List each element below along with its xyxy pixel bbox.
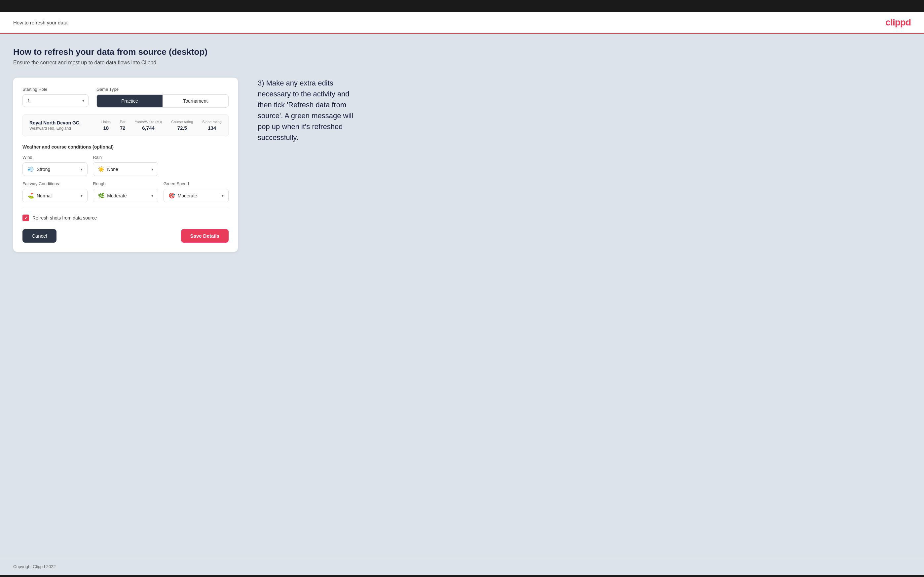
green-speed-icon: 🎯 — [168, 192, 175, 199]
logo: clippd — [886, 17, 911, 28]
wind-icon: 💨 — [27, 166, 34, 172]
header-title: How to refresh your data — [13, 20, 68, 26]
wind-label: Wind — [23, 155, 87, 160]
green-speed-group: Green Speed 🎯 Moderate ▾ — [163, 181, 229, 202]
fairway-value: Normal — [37, 193, 78, 198]
course-location: Westward Ho!, England — [29, 126, 81, 131]
rough-label: Rough — [93, 181, 158, 186]
practice-button[interactable]: Practice — [97, 95, 163, 107]
conditions-row-1: Wind 💨 Strong ▾ Rain ☀️ None ▾ — [23, 155, 229, 176]
form-top-row: Starting Hole 1 ▾ Game Type Practice Tou… — [23, 87, 229, 108]
cancel-button[interactable]: Cancel — [23, 229, 57, 243]
conditions-row-2: Fairway Conditions ⛳ Normal ▾ Rough 🌿 Mo… — [23, 181, 229, 202]
rough-value: Moderate — [107, 193, 148, 198]
course-stats: Holes 18 Par 72 Yards/White (M)) 6,744 C… — [102, 120, 222, 131]
starting-hole-select[interactable]: 1 ▾ — [23, 94, 89, 107]
rough-icon: 🌿 — [98, 192, 104, 199]
save-button[interactable]: Save Details — [181, 229, 229, 243]
wind-select[interactable]: 💨 Strong ▾ — [23, 163, 87, 176]
form-actions: Cancel Save Details — [23, 229, 229, 243]
rain-label: Rain — [93, 155, 158, 160]
stat-yards-label: Yards/White (M)) — [135, 120, 162, 124]
rough-chevron-icon: ▾ — [151, 193, 153, 198]
stat-course-rating: Course rating 72.5 — [171, 120, 193, 131]
green-speed-chevron-icon: ▾ — [222, 193, 224, 198]
starting-hole-label: Starting Hole — [23, 87, 89, 92]
top-bar — [0, 0, 924, 12]
game-type-label: Game Type — [97, 87, 229, 92]
fairway-chevron-icon: ▾ — [81, 193, 82, 198]
page-heading: How to refresh your data from source (de… — [13, 47, 911, 57]
refresh-checkbox-label: Refresh shots from data source — [32, 215, 97, 221]
fairway-label: Fairway Conditions — [23, 181, 87, 186]
stat-yards-value: 6,744 — [135, 125, 162, 131]
stat-slope-value: 134 — [202, 125, 222, 131]
footer: Copyright Clippd 2022 — [0, 558, 924, 575]
stat-holes-value: 18 — [102, 125, 111, 131]
header: How to refresh your data clippd — [0, 12, 924, 34]
instruction-text: 3) Make any extra edits necessary to the… — [258, 77, 363, 143]
rough-group: Rough 🌿 Moderate ▾ — [93, 181, 158, 202]
course-name: Royal North Devon GC, — [29, 120, 81, 126]
starting-hole-group: Starting Hole 1 ▾ — [23, 87, 89, 108]
stat-holes-label: Holes — [102, 120, 111, 124]
fairway-select[interactable]: ⛳ Normal ▾ — [23, 189, 87, 202]
footer-copyright: Copyright Clippd 2022 — [13, 564, 56, 569]
page-subheading: Ensure the correct and most up to date d… — [13, 60, 911, 66]
rain-group: Rain ☀️ None ▾ — [93, 155, 158, 176]
game-type-toggle: Practice Tournament — [97, 94, 229, 108]
content-area: Starting Hole 1 ▾ Game Type Practice Tou… — [13, 77, 911, 252]
green-speed-select[interactable]: 🎯 Moderate ▾ — [163, 189, 229, 202]
rain-icon: ☀️ — [98, 166, 104, 172]
fairway-icon: ⛳ — [27, 192, 34, 199]
instruction-panel: 3) Make any extra edits necessary to the… — [258, 77, 363, 143]
stat-course-rating-value: 72.5 — [171, 125, 193, 131]
stat-yards: Yards/White (M)) 6,744 — [135, 120, 162, 131]
refresh-checkbox-row: Refresh shots from data source — [23, 214, 229, 221]
wind-chevron-icon: ▾ — [81, 167, 82, 172]
rough-select[interactable]: 🌿 Moderate ▾ — [93, 189, 158, 202]
green-speed-label: Green Speed — [163, 181, 229, 186]
rain-chevron-icon: ▾ — [151, 167, 153, 172]
stat-par: Par 72 — [120, 120, 126, 131]
refresh-checkbox[interactable] — [23, 214, 29, 221]
stat-slope-label: Slope rating — [202, 120, 222, 124]
conditions-section-title: Weather and course conditions (optional) — [23, 144, 229, 150]
stat-par-label: Par — [120, 120, 126, 124]
stat-course-rating-label: Course rating — [171, 120, 193, 124]
wind-group: Wind 💨 Strong ▾ — [23, 155, 87, 176]
divider — [23, 208, 229, 208]
stat-slope: Slope rating 134 — [202, 120, 222, 131]
green-speed-value: Moderate — [178, 193, 219, 198]
course-info: Royal North Devon GC, Westward Ho!, Engl… — [23, 114, 229, 136]
course-details: Royal North Devon GC, Westward Ho!, Engl… — [29, 120, 81, 131]
starting-hole-value: 1 — [27, 98, 84, 103]
rain-spacer — [163, 155, 229, 176]
fairway-group: Fairway Conditions ⛳ Normal ▾ — [23, 181, 87, 202]
form-card: Starting Hole 1 ▾ Game Type Practice Tou… — [13, 77, 238, 252]
rain-value: None — [107, 167, 148, 172]
wind-value: Strong — [37, 167, 78, 172]
stat-holes: Holes 18 — [102, 120, 111, 131]
stat-par-value: 72 — [120, 125, 126, 131]
tournament-button[interactable]: Tournament — [163, 95, 228, 107]
rain-select[interactable]: ☀️ None ▾ — [93, 163, 158, 176]
main-content: How to refresh your data from source (de… — [0, 34, 924, 558]
game-type-group: Game Type Practice Tournament — [97, 87, 229, 108]
